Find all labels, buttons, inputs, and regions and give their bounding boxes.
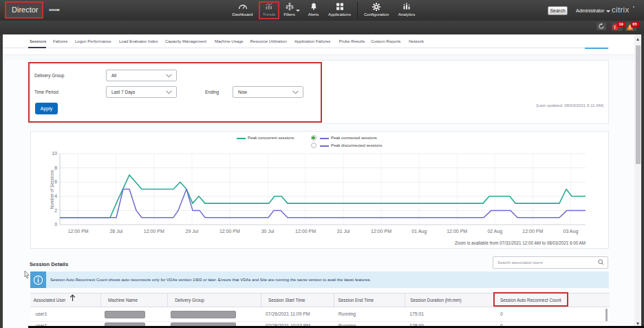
svg-text:12:00 PM: 12:00 PM: [295, 229, 316, 234]
svg-text:01 Aug: 01 Aug: [411, 229, 427, 234]
svg-text:2: 2: [54, 208, 57, 213]
svg-text:12:00 PM: 12:00 PM: [144, 229, 164, 234]
svg-text:6: 6: [54, 179, 57, 184]
svg-text:12:00 PM: 12:00 PM: [447, 229, 467, 234]
svg-text:31 Jul: 31 Jul: [337, 229, 350, 234]
svg-text:12:00 PM: 12:00 PM: [522, 229, 543, 234]
svg-text:03 Aug: 03 Aug: [563, 229, 578, 234]
svg-text:12:00 PM: 12:00 PM: [68, 229, 89, 234]
svg-text:28 Jul: 28 Jul: [109, 229, 122, 234]
svg-text:0: 0: [54, 222, 57, 227]
svg-text:Number of Sessions: Number of Sessions: [50, 170, 54, 209]
svg-text:10: 10: [52, 151, 57, 156]
svg-text:12:00 PM: 12:00 PM: [371, 229, 391, 234]
svg-text:12:00 PM: 12:00 PM: [219, 229, 240, 234]
svg-text:29 Jul: 29 Jul: [186, 229, 199, 234]
svg-text:8: 8: [54, 165, 57, 170]
svg-text:4: 4: [54, 194, 57, 198]
svg-text:02 Aug: 02 Aug: [487, 229, 502, 234]
svg-text:30 Jul: 30 Jul: [261, 229, 275, 234]
